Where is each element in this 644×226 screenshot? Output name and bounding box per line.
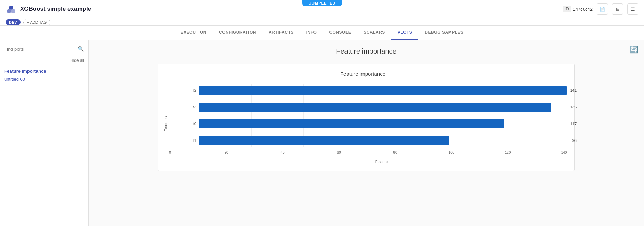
x-tick: 40 bbox=[280, 151, 284, 154]
bar-fill bbox=[199, 86, 567, 95]
top-bar: COMPLETED XGBoost simple example ID 147c… bbox=[0, 0, 644, 26]
svg-point-0 bbox=[7, 9, 11, 13]
content-area: Feature importance Feature importance Fe… bbox=[89, 40, 644, 226]
sidebar-item-untitled-00[interactable]: untitled 00 bbox=[4, 75, 84, 83]
bars-section: f2141f3135f0117f196 bbox=[170, 84, 564, 147]
bar-label: f0 bbox=[184, 117, 196, 130]
chart-inner: f2141f3135f0117f196 020406080100120140 F… bbox=[170, 84, 564, 164]
id-value: 147c6c42 bbox=[573, 7, 593, 12]
bar-value: 117 bbox=[570, 122, 577, 126]
nav-tab-execution[interactable]: EXECUTION bbox=[174, 26, 213, 40]
completed-banner: COMPLETED bbox=[302, 0, 342, 6]
chart-container: Feature importance Features f2141f3135f0… bbox=[158, 64, 575, 171]
x-axis: 020406080100120140 bbox=[170, 151, 564, 158]
x-tick: 120 bbox=[505, 151, 511, 154]
add-tag-button[interactable]: + ADD TAG bbox=[23, 19, 51, 25]
nav-tab-scalars[interactable]: SCALARS bbox=[357, 26, 391, 40]
chart-area: Features f2141f3135f0117f196 02040608010… bbox=[162, 84, 564, 164]
top-bar-row2: DEV + ADD TAG bbox=[6, 17, 638, 25]
doc-icon: 📄 bbox=[600, 7, 605, 12]
layout-icon-button[interactable]: ⊞ bbox=[612, 3, 623, 15]
nav-tabs: EXECUTIONCONFIGURATIONARTIFACTSINFOCONSO… bbox=[0, 26, 644, 40]
x-tick: 80 bbox=[393, 151, 397, 154]
sidebar-items: Feature importanceuntitled 00 bbox=[4, 67, 84, 83]
bar-fill bbox=[199, 119, 504, 128]
sidebar: 🔍 Hide all Feature importanceuntitled 00 bbox=[0, 40, 89, 226]
bar-value: 135 bbox=[570, 105, 577, 109]
chart-title: Feature importance bbox=[162, 71, 564, 77]
doc-icon-button[interactable]: 📄 bbox=[597, 3, 608, 15]
x-tick: 20 bbox=[224, 151, 228, 154]
main-layout: 🔍 Hide all Feature importanceuntitled 00… bbox=[0, 40, 644, 226]
menu-icon-button[interactable]: ☰ bbox=[627, 3, 638, 15]
nav-tab-artifacts[interactable]: ARTIFACTS bbox=[262, 26, 300, 40]
nav-tab-info[interactable]: INFO bbox=[300, 26, 323, 40]
refresh-icon-button[interactable]: 🔄 bbox=[630, 45, 638, 54]
bar-fill bbox=[199, 103, 551, 112]
search-icon[interactable]: 🔍 bbox=[78, 46, 84, 52]
nav-tab-console[interactable]: CONSOLE bbox=[323, 26, 357, 40]
bar-track: 117 bbox=[199, 119, 564, 128]
nav-tab-plots[interactable]: PLOTS bbox=[391, 26, 419, 40]
hide-all-button[interactable]: Hide all bbox=[4, 58, 84, 63]
app-logo bbox=[6, 3, 17, 15]
bar-value: 96 bbox=[572, 138, 577, 143]
search-input[interactable] bbox=[4, 47, 78, 52]
app-title: XGBoost simple example bbox=[20, 6, 563, 13]
x-tick: 140 bbox=[561, 151, 567, 154]
search-box: 🔍 bbox=[4, 46, 84, 54]
bar-row: f3135 bbox=[184, 100, 564, 114]
add-tag-label: + ADD TAG bbox=[27, 20, 47, 24]
layout-icon: ⊞ bbox=[616, 7, 620, 12]
sidebar-item-feature-importance[interactable]: Feature importance bbox=[4, 67, 84, 75]
completed-label: COMPLETED bbox=[308, 1, 335, 5]
bar-track: 135 bbox=[199, 103, 564, 112]
dev-badge: DEV bbox=[6, 19, 21, 25]
nav-tab-configuration[interactable]: CONFIGURATION bbox=[213, 26, 262, 40]
bar-row: f196 bbox=[184, 134, 564, 147]
x-tick: 100 bbox=[449, 151, 455, 154]
x-tick: 60 bbox=[337, 151, 341, 154]
nav-tab-debug-samples[interactable]: DEBUG SAMPLES bbox=[418, 26, 470, 40]
svg-point-1 bbox=[11, 9, 15, 13]
id-label: ID bbox=[563, 6, 571, 12]
bar-value: 141 bbox=[570, 88, 577, 92]
bar-label: f1 bbox=[184, 134, 196, 147]
bar-row: f2141 bbox=[184, 84, 564, 97]
svg-point-2 bbox=[9, 6, 13, 10]
plot-section-title: Feature importance bbox=[99, 47, 634, 55]
bar-fill bbox=[199, 136, 449, 145]
bar-label: f3 bbox=[184, 100, 196, 114]
top-bar-actions: ID 147c6c42 📄 ⊞ ☰ bbox=[563, 3, 638, 15]
x-tick: 0 bbox=[169, 151, 171, 154]
x-axis-label: F score bbox=[170, 160, 564, 164]
bar-label: f2 bbox=[184, 84, 196, 97]
menu-icon: ☰ bbox=[631, 7, 635, 12]
bar-row: f0117 bbox=[184, 117, 564, 130]
bar-track: 96 bbox=[199, 136, 564, 145]
bar-track: 141 bbox=[199, 86, 564, 95]
id-badge: ID 147c6c42 bbox=[563, 6, 593, 12]
